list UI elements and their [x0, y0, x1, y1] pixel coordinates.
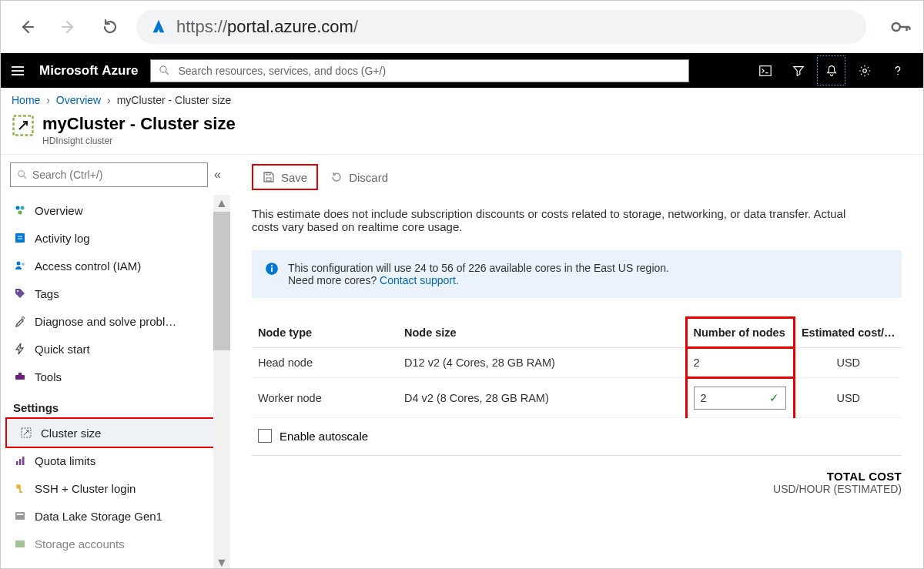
scroll-thumb[interactable]: [213, 212, 230, 350]
quick-start-icon: [13, 342, 27, 356]
password-key-icon[interactable]: [889, 15, 912, 38]
brand-label[interactable]: Microsoft Azure: [39, 63, 138, 79]
iam-icon: [13, 259, 27, 273]
svg-point-13: [862, 69, 866, 72]
sidebar-item-quick-start[interactable]: Quick start: [1, 335, 230, 363]
sidebar-section-settings: Settings: [1, 390, 230, 419]
sidebar-item-tags[interactable]: Tags: [1, 279, 230, 307]
svg-point-9: [160, 66, 166, 72]
notifications-button[interactable]: [815, 53, 848, 88]
contact-support-link[interactable]: Contact support.: [380, 274, 459, 286]
col-node-type: Node type: [252, 318, 398, 348]
activity-log-icon: [13, 231, 27, 245]
sidebar-item-activity-log[interactable]: Activity log: [1, 224, 230, 252]
svg-rect-37: [15, 512, 25, 520]
collapse-sidebar-button[interactable]: «: [214, 168, 221, 182]
menu-hamburger-icon[interactable]: [10, 63, 27, 79]
datalake-icon: [13, 509, 27, 523]
crumb-home[interactable]: Home: [12, 94, 40, 106]
save-icon: [263, 171, 275, 183]
enable-autoscale-checkbox[interactable]: [258, 429, 272, 443]
tools-icon: [13, 370, 27, 383]
head-node-count: 2: [686, 348, 794, 378]
svg-point-20: [18, 211, 22, 215]
svg-point-44: [271, 265, 273, 266]
worker-node-count-input[interactable]: 2 ✓: [694, 387, 786, 410]
command-bar: Save Discard: [252, 161, 902, 198]
azure-logo-icon: [150, 18, 167, 35]
scroll-down-icon[interactable]: ▼: [213, 554, 230, 569]
check-icon: ✓: [769, 392, 779, 404]
col-node-size: Node size: [398, 318, 686, 348]
col-number-of-nodes: Number of nodes: [686, 318, 794, 348]
sidebar-scrollbar[interactable]: ▲ ▼: [213, 195, 230, 569]
svg-rect-43: [271, 267, 273, 272]
svg-point-26: [17, 290, 18, 292]
discard-button[interactable]: Discard: [321, 164, 397, 190]
page-subtitle: HDInsight cluster: [42, 136, 236, 146]
scroll-up-icon[interactable]: ▲: [213, 195, 230, 212]
svg-line-17: [23, 176, 26, 179]
quota-icon: [13, 454, 27, 467]
url-bar[interactable]: https://portal.azure.com/: [136, 10, 866, 44]
sidebar-item-quota-limits[interactable]: Quota limits: [1, 447, 230, 474]
svg-rect-36: [19, 491, 22, 493]
svg-rect-40: [266, 178, 271, 181]
sidebar: Search (Ctrl+/) « Overview Activity log …: [1, 155, 230, 569]
svg-point-24: [17, 262, 21, 266]
sidebar-item-overview[interactable]: Overview: [1, 196, 230, 224]
sidebar-item-datalake[interactable]: Data Lake Storage Gen1: [1, 502, 230, 530]
sidebar-item-iam[interactable]: Access control (IAM): [1, 252, 230, 279]
svg-rect-41: [266, 172, 270, 175]
sidebar-menu: Overview Activity log Access control (IA…: [1, 192, 230, 557]
resource-icon: [12, 114, 35, 137]
topbar-actions: [748, 53, 914, 88]
crumb-overview[interactable]: Overview: [56, 94, 101, 106]
total-cost: TOTAL COST USD/HOUR (ESTIMATED): [252, 470, 902, 495]
estimate-note: This estimate does not include subscript…: [252, 207, 868, 233]
svg-point-2: [892, 23, 900, 31]
table-row: Head node D12 v2 (4 Cores, 28 GB RAM) 2 …: [252, 348, 902, 378]
main-panel: Save Discard This estimate does not incl…: [230, 155, 923, 569]
breadcrumb: Home › Overview › myCluster - Cluster si…: [1, 88, 923, 109]
key-icon: [13, 481, 27, 495]
node-table: Node type Node size Number of nodes Esti…: [252, 316, 902, 418]
save-button[interactable]: Save: [252, 164, 318, 190]
svg-rect-39: [15, 541, 25, 547]
svg-point-16: [18, 171, 25, 177]
global-search-input[interactable]: Search resources, services, and docs (G+…: [150, 59, 689, 82]
sidebar-item-cluster-size[interactable]: Cluster size: [7, 419, 223, 447]
overview-icon: [13, 203, 27, 217]
browser-toolbar: https://portal.azure.com/: [1, 1, 923, 53]
table-row: Worker node D4 v2 (8 Cores, 28 GB RAM) 2…: [252, 378, 902, 418]
help-button[interactable]: [881, 53, 914, 88]
sidebar-item-storage-accounts[interactable]: Storage accounts: [1, 530, 230, 557]
svg-rect-33: [22, 457, 25, 465]
forward-button[interactable]: [53, 12, 84, 42]
back-button[interactable]: [12, 12, 42, 42]
svg-rect-28: [15, 375, 25, 380]
settings-button[interactable]: [848, 53, 881, 88]
sidebar-search-input[interactable]: Search (Ctrl+/): [10, 162, 208, 187]
enable-autoscale-label: Enable autoscale: [280, 430, 368, 443]
page-title: myCluster - Cluster size: [42, 114, 236, 134]
sidebar-item-tools[interactable]: Tools: [1, 363, 230, 390]
page-title-row: myCluster - Cluster size HDInsight clust…: [1, 109, 923, 154]
cloud-shell-button[interactable]: [748, 53, 782, 88]
svg-rect-11: [759, 65, 770, 75]
crumb-current: myCluster - Cluster size: [117, 94, 232, 106]
sidebar-item-ssh[interactable]: SSH + Cluster login: [1, 474, 230, 502]
reload-button[interactable]: [95, 12, 126, 42]
svg-point-19: [21, 206, 25, 210]
info-icon: [265, 262, 279, 276]
svg-point-14: [897, 73, 899, 75]
directory-filter-button[interactable]: [782, 53, 815, 88]
svg-point-18: [16, 206, 20, 210]
col-estimated-cost: Estimated cost/…: [794, 318, 902, 348]
url-text: https://portal.azure.com/: [176, 17, 358, 37]
discard-icon: [330, 171, 343, 183]
sidebar-item-diagnose[interactable]: Diagnose and solve probl…: [1, 307, 230, 335]
info-callout: This configuration will use 24 to 56 of …: [252, 250, 902, 298]
svg-line-10: [166, 72, 169, 75]
search-icon: [17, 169, 28, 180]
